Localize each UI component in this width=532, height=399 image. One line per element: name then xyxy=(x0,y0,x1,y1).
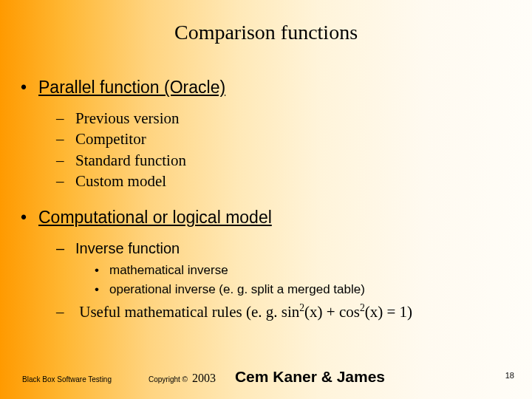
item-text: Inverse function xyxy=(75,240,180,256)
bullet-text: Parallel function (Oracle) xyxy=(38,78,225,97)
slide: Comparison functions Parallel function (… xyxy=(0,0,532,399)
slide-content: Parallel function (Oracle) Previous vers… xyxy=(21,70,517,321)
item-text: Custom model xyxy=(75,172,166,190)
footer: Black Box Software Testing Copyright © 2… xyxy=(22,368,510,386)
footer-copyright: Copyright © xyxy=(149,375,188,383)
slide-title: Comparison functions xyxy=(0,21,532,44)
footer-authors: Cem Kaner & James xyxy=(235,368,385,386)
list-item: operational inverse (e. g. split a merge… xyxy=(95,280,517,299)
sub-sub-list-inverse: mathematical inverse operational inverse… xyxy=(95,261,517,299)
list-item: Custom model xyxy=(56,171,517,191)
footer-year: 2003 xyxy=(192,372,216,385)
list-item: Standard function xyxy=(56,150,517,171)
sub-math-rules: Useful mathematical rules (e. g. sin2(x)… xyxy=(56,303,517,321)
page-number: 18 xyxy=(505,371,514,380)
item-text: Competitor xyxy=(75,130,146,148)
list-item: mathematical inverse xyxy=(95,261,517,280)
superscript: 2 xyxy=(360,302,365,313)
rule-suffix: (x) = 1) xyxy=(365,303,412,321)
list-item: Competitor xyxy=(56,129,517,149)
sub-list-parallel: Previous version Competitor Standard fun… xyxy=(56,108,517,191)
sub-inverse-function: Inverse function xyxy=(56,238,517,259)
rule-prefix: Useful mathematical rules (e. g. sin xyxy=(79,303,299,321)
item-text: Standard function xyxy=(75,151,186,169)
item-text: Previous version xyxy=(75,109,180,127)
item-text: operational inverse (e. g. split a merge… xyxy=(109,282,365,296)
item-text: mathematical inverse xyxy=(109,263,228,277)
rule-mid: (x) + cos xyxy=(304,303,360,321)
list-item: Previous version xyxy=(56,108,517,129)
bullet-text: Computational or logical model xyxy=(38,208,272,227)
bullet-computational-model: Computational or logical model xyxy=(21,208,517,228)
bullet-parallel-function: Parallel function (Oracle) xyxy=(21,78,517,98)
footer-left: Black Box Software Testing xyxy=(22,375,112,383)
